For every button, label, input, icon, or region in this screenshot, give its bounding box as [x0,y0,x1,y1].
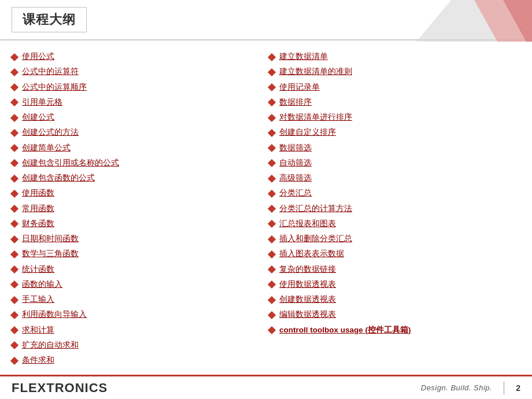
nav-link[interactable]: controll toolbox usage (控件工具箱) [279,324,411,336]
nav-link[interactable]: 使用数据透视表 [279,279,336,290]
header-decoration [347,0,532,42]
bullet-icon [10,235,19,243]
footer-page: 2 [516,383,520,393]
list-item: 分类汇总 [269,186,520,200]
nav-link[interactable]: 创建自定义排序 [279,127,336,138]
nav-link[interactable]: 数据排序 [279,97,312,108]
bullet-icon [10,311,19,319]
bullet-icon [10,326,19,334]
bullet-icon [10,114,19,122]
nav-link[interactable]: 财务函数 [22,218,54,230]
nav-link[interactable]: 复杂的数据链接 [279,264,336,275]
bullet-icon [268,235,276,243]
footer: FLEXTRONICS Design. Build. Ship. 2 [0,375,532,399]
nav-link[interactable]: 插入和删除分类汇总 [279,233,352,245]
nav-link[interactable]: 引用单元格 [22,97,62,108]
bullet-icon [10,190,19,198]
bullet-icon [10,159,19,167]
bullet-icon [268,280,276,289]
bullet-icon [10,53,19,61]
bullet-icon [10,175,19,183]
list-item: 插入图表表示数据 [269,247,520,261]
list-item: 求和计算 [12,323,263,337]
nav-link[interactable]: 利用函数向导输入 [22,309,87,320]
bullet-icon [10,144,19,152]
left-column: 使用公式公式中的运算符公式中的运算顺序引用单元格创建公式创建公式的方法创建简单公… [12,50,263,370]
nav-link[interactable]: 分类汇总的计算方法 [279,203,352,215]
nav-link[interactable]: 建立数据清单 [279,51,328,62]
list-item: 编辑数据透视表 [269,308,520,322]
bullet-icon [268,326,276,334]
nav-link[interactable]: 常用函数 [22,203,54,215]
nav-link[interactable]: 分类汇总 [279,187,312,199]
nav-link[interactable]: 创建数据透视表 [279,294,336,305]
nav-link[interactable]: 使用函数 [22,187,54,199]
bullet-icon [10,98,19,106]
list-item: 创建简单公式 [12,141,263,155]
nav-link[interactable]: 数据筛选 [279,142,312,154]
nav-link[interactable]: 使用公式 [22,51,54,62]
list-item: 创建包含引用或名称的公式 [12,156,263,170]
nav-link[interactable]: 自动筛选 [279,157,312,169]
nav-link[interactable]: 条件求和 [22,354,54,366]
svg-marker-2 [503,0,532,42]
nav-link[interactable]: 汇总报表和图表 [279,218,336,230]
list-item: 数据筛选 [269,141,520,155]
nav-link[interactable]: 统计函数 [22,264,54,275]
list-item: 分类汇总的计算方法 [269,202,520,216]
list-item: 创建包含函数的公式 [12,171,263,185]
bullet-icon [268,265,276,274]
list-item: 高级筛选 [269,171,520,185]
nav-link[interactable]: 插入图表表示数据 [279,248,344,260]
nav-link[interactable]: 建立数据清单的准则 [279,66,352,77]
list-item: 数学与三角函数 [12,247,263,261]
nav-link[interactable]: 创建简单公式 [22,142,71,154]
list-item: 手工输入 [12,293,263,306]
nav-link[interactable]: 日期和时间函数 [22,233,79,245]
nav-link[interactable]: 公式中的运算顺序 [22,82,87,93]
nav-link[interactable]: 数学与三角函数 [22,248,79,260]
nav-link[interactable]: 手工输入 [22,294,54,305]
nav-link[interactable]: 创建包含引用或名称的公式 [22,157,119,169]
nav-link[interactable]: 求和计算 [22,324,54,336]
list-item: 条件求和 [12,353,263,367]
bullet-icon [10,129,19,137]
nav-link[interactable]: 高级筛选 [279,172,312,184]
nav-link[interactable]: 扩充的自动求和 [22,339,79,351]
list-item: 函数的输入 [12,278,263,291]
nav-link[interactable]: 对数据清单进行排序 [279,112,352,123]
nav-link[interactable]: 编辑数据透视表 [279,309,336,320]
list-item: 汇总报表和图表 [269,217,520,231]
bullet-icon [10,83,19,91]
list-item: 使用数据透视表 [269,278,520,291]
nav-link[interactable]: 创建包含函数的公式 [22,172,95,184]
bullet-icon [268,311,276,319]
bullet-icon [10,68,19,76]
list-item: 财务函数 [12,217,263,231]
nav-link[interactable]: 创建公式的方法 [22,127,79,138]
bullet-icon [268,68,276,76]
footer-tagline: Design. Build. Ship. [421,383,492,392]
bullet-icon [10,357,19,365]
nav-link[interactable]: 使用记录单 [279,82,320,93]
list-item: 引用单元格 [12,95,263,109]
bullet-icon [10,341,19,349]
bullet-icon [268,159,276,167]
bullet-icon [10,280,19,289]
nav-link[interactable]: 创建公式 [22,112,54,123]
bullet-icon [10,220,19,228]
list-item: 创建自定义排序 [269,125,520,139]
bullet-icon [268,190,276,198]
bullet-icon [268,296,276,304]
nav-link[interactable]: 函数的输入 [22,279,62,290]
nav-link[interactable]: 公式中的运算符 [22,66,79,77]
list-item: 建立数据清单的准则 [269,65,520,79]
bullet-icon [268,53,276,61]
list-item: 常用函数 [12,202,263,216]
bullet-icon [268,205,276,213]
list-item: 使用函数 [12,186,263,200]
bullet-icon [268,129,276,137]
bullet-icon [10,265,19,274]
list-item: 创建公式的方法 [12,125,263,139]
footer-right: Design. Build. Ship. 2 [421,382,520,394]
